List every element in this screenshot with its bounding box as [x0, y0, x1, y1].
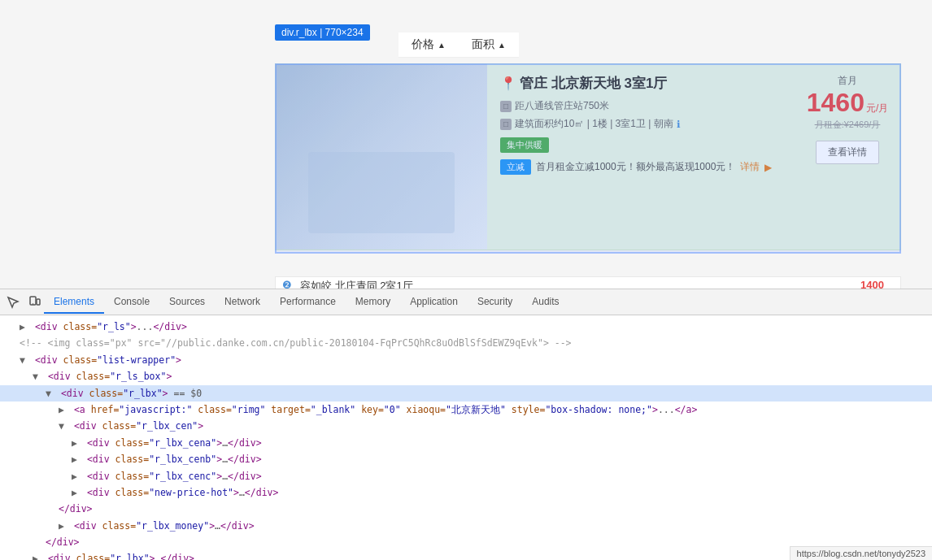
price-label: 首月	[838, 74, 857, 88]
listing-price-col: 首月 1460 元/月 月租金:¥2469/月 查看详情	[795, 64, 900, 250]
price-filter-button[interactable]: 价格 ▲	[398, 33, 459, 57]
html-line-2: ▼ <div class="list-wrapper">	[0, 352, 932, 368]
html-line-7: ▶ <div class="r_lbx_cena">…</div>	[0, 435, 932, 451]
webpage-area: div.r_lbx | 770×234 价格 ▲ 面积 ▲ 📍 管庄 北京新天地…	[0, 0, 932, 289]
tag-heating: 集中供暖	[500, 137, 549, 153]
listing-card-1: 📍 管庄 北京新天地 3室1厅 □ 距八通线管庄站750米 □ 建筑面积约10㎡…	[275, 63, 901, 250]
listing-distance-row: □ 距八通线管庄站750米	[500, 99, 782, 113]
location-icon: 📍	[500, 76, 516, 91]
promo-arrow-icon[interactable]: ▶	[764, 162, 772, 173]
detail-button-1[interactable]: 查看详情	[816, 141, 879, 164]
html-line-9: ▶ <div class="r_lbx_cenc">…</div>	[0, 468, 932, 484]
filter-bar: 价格 ▲ 面积 ▲	[398, 33, 519, 58]
svg-point-2	[33, 303, 34, 305]
tab-security[interactable]: Security	[468, 291, 522, 314]
html-line-6: ▼ <div class="r_lbx_cen">	[0, 418, 932, 434]
devtools-tabs: Elements Console Sources Network Perform…	[0, 289, 932, 315]
promo-row: 立减 首月租金立减1000元！额外最高返现1000元！ 详情 ▶	[500, 159, 782, 175]
svg-rect-1	[37, 299, 40, 305]
listing-area-info: 建筑面积约10㎡ | 1楼 | 3室1卫 | 朝南	[515, 117, 673, 131]
listing-image-1	[276, 64, 487, 250]
listing2-title: 容如皎 北庄青同 2室1厅	[298, 277, 415, 289]
listing2-price: 1400	[860, 279, 884, 289]
html-line-1: ▶ <div class="r_ls">...</div>	[0, 319, 932, 335]
devtools-html-content[interactable]: ▶ <div class="r_ls">...</div> <!-- <img …	[0, 315, 932, 560]
tab-memory[interactable]: Memory	[346, 291, 400, 314]
price-unit: 元/月	[866, 102, 888, 115]
listing-title-row: 📍 管庄 北京新天地 3室1厅	[500, 74, 782, 93]
price-arrow-icon: ▲	[438, 41, 446, 50]
area-icon: □	[500, 119, 512, 130]
price-main: 1460	[807, 89, 864, 115]
devtools-inspect-button[interactable]	[3, 293, 23, 312]
bottom-url: https://blog.csdn.net/tonydy2523	[790, 546, 932, 560]
inspector-badge-dimensions: 770×234	[325, 27, 364, 38]
tab-network[interactable]: Network	[215, 291, 270, 314]
promo-link[interactable]: 详情	[740, 160, 760, 174]
tab-application[interactable]: Application	[400, 291, 468, 314]
html-line-5: ▶ <a href="javascript:" class="rimg" tar…	[0, 402, 932, 418]
html-line-11: </div>	[0, 501, 932, 517]
listing-card-2: ❷ 容如皎 北庄青同 2室1厅 1400	[275, 276, 901, 289]
price-display: 1460 元/月	[807, 89, 889, 115]
html-line-12: ▶ <div class="r_lbx_money">…</div>	[0, 518, 932, 534]
devtools-left-icons	[3, 293, 44, 312]
html-line-10: ▶ <div class="new-price-hot">…</div>	[0, 484, 932, 501]
area-info-icon[interactable]: ℹ	[677, 119, 681, 130]
listing-title: 管庄 北京新天地 3室1厅	[520, 74, 667, 93]
distance-icon: □	[500, 101, 512, 112]
tab-elements[interactable]: Elements	[44, 291, 104, 314]
listing-tags: 集中供暖	[500, 137, 782, 153]
devtools-panel: Elements Console Sources Network Perform…	[0, 289, 932, 560]
area-filter-button[interactable]: 面积 ▲	[459, 33, 519, 57]
tag-discount: 立减	[500, 159, 531, 175]
html-line-comment: <!-- <img class="px" src="//public.danke…	[0, 335, 932, 351]
area-arrow-icon: ▲	[498, 41, 506, 50]
listing-distance: 距八通线管庄站750米	[515, 99, 609, 113]
listing-area-row: □ 建筑面积约10㎡ | 1楼 | 3室1卫 | 朝南 ℹ	[500, 117, 782, 131]
tab-performance[interactable]: Performance	[270, 291, 346, 314]
devtools-device-button[interactable]	[24, 293, 44, 312]
price-original: 月租金:¥2469/月	[815, 119, 881, 131]
tab-sources[interactable]: Sources	[159, 291, 215, 314]
listing2-number: ❷	[276, 277, 298, 289]
html-line-4-selected[interactable]: ▼ <div class="r_lbx"> == $0	[0, 385, 932, 402]
tab-audits[interactable]: Audits	[522, 291, 568, 314]
tab-console[interactable]: Console	[104, 291, 159, 314]
inspector-badge: div.r_lbx | 770×234	[275, 24, 370, 41]
html-line-3: ▼ <div class="r_ls_box">	[0, 368, 932, 384]
listing-info-1: 📍 管庄 北京新天地 3室1厅 □ 距八通线管庄站750米 □ 建筑面积约10㎡…	[487, 64, 795, 250]
inspector-badge-tag: div.r_lbx	[281, 27, 317, 38]
html-line-8: ▶ <div class="r_lbx_cenb">…</div>	[0, 451, 932, 467]
promo-text: 首月租金立减1000元！额外最高返现1000元！	[536, 160, 735, 174]
